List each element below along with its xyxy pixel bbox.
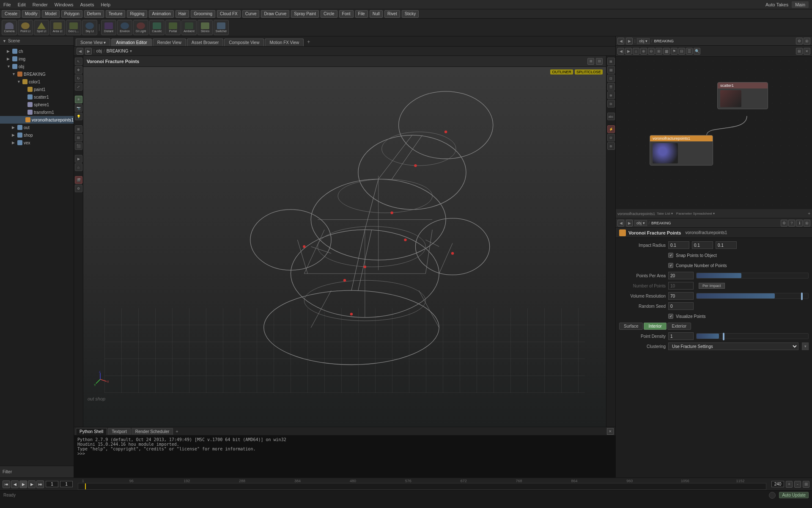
shelf-grooming[interactable]: Grooming [191,10,215,18]
node-voronoi1[interactable]: voronoifracturepoints1 [650,135,713,166]
ne-grid[interactable]: ▦ [663,48,670,55]
vt-rotate[interactable]: ↻ [75,75,82,82]
vt-translate[interactable]: ✥ [75,66,82,74]
vt-right-6[interactable]: ⊖ [607,100,615,108]
menu-file[interactable]: File [3,2,11,7]
ne-zoom-out[interactable]: ⊖ [648,48,655,55]
tree-item-img[interactable]: ▶ img [0,55,74,63]
spreadsheet-dropdown[interactable]: Parameter Spreadsheet ▾ [676,212,715,215]
timeline-track[interactable] [78,483,766,490]
ne-close[interactable]: ✕ [804,48,810,55]
shelf-circle[interactable]: Circle [321,10,337,18]
shelf-model[interactable]: Model [42,10,59,18]
shelf-sticky[interactable]: Sticky [402,10,419,18]
tab-asset-browser[interactable]: Asset Browser [187,39,223,46]
console-tab-textport[interactable]: Textport [108,428,131,435]
vt-right-4[interactable]: ☰ [607,83,615,91]
icon-portal-light[interactable]: Portal [165,20,181,35]
rp-expand-btn[interactable]: ⊞ [804,38,810,44]
rp-back-btn[interactable]: ◀ [617,38,624,44]
vt-right-2[interactable]: ▤ [607,66,615,74]
vt-solid[interactable]: ⬛ [75,142,82,150]
menu-help[interactable]: Help [101,2,110,7]
console-close-btn[interactable]: ✕ [607,428,614,435]
console-tab-render[interactable]: Render Scheduler [132,428,173,435]
end-frame-display[interactable]: 240 [771,481,784,487]
vt-right-1[interactable]: ⊞ [607,58,615,65]
viewport-split[interactable]: ⊟ [596,58,603,65]
shelf-modify[interactable]: Modify [22,10,40,18]
prop-pd-slider[interactable] [696,333,809,339]
icon-sky-light[interactable]: Sky Lt [82,20,97,35]
prop-cl-arrow[interactable]: ▾ [802,342,809,350]
icon-point-light[interactable]: Point Lt [18,20,33,35]
tab-animation-editor[interactable]: Animation Editor [111,39,151,46]
timeline-fit[interactable]: ⊞ [803,481,809,488]
icon-spot-light[interactable]: Spot Lt [34,20,49,35]
prop-ppa-slider[interactable] [696,273,809,279]
vt-right-abc[interactable]: abc [607,113,615,120]
shelf-file[interactable]: File [355,10,368,18]
vt-snap[interactable]: ⊞ [75,125,82,133]
shelf-rigging[interactable]: Rigging [127,10,147,18]
ne-zoom-in[interactable]: ⊕ [640,48,647,55]
tree-item-vex[interactable]: ▶ vex [0,139,74,146]
menu-assets[interactable]: Assets [80,2,94,7]
tree-item-sphere1[interactable]: sphere1 [0,101,74,108]
vt-right-9[interactable]: ⊚ [607,142,615,150]
status-icon[interactable] [769,492,776,499]
tree-item-out[interactable]: ▶ out [0,124,74,131]
vt-right-8[interactable]: ⊙ [607,134,615,141]
breadcrumb-fwd-btn[interactable]: ▶ [85,48,92,55]
rp-obj-dropdown[interactable]: obj ▾ [637,38,650,44]
vt-camera[interactable]: 📷 [75,104,82,112]
ne-home[interactable]: ⌂ [633,48,639,55]
menu-render[interactable]: Render [33,2,48,7]
shelf-animation[interactable]: Animation [149,10,173,18]
shelf-texture[interactable]: Texture [106,10,126,18]
vt-right-7[interactable]: ⚡ [607,125,615,133]
props-tabs-plus[interactable]: + [808,211,810,216]
ne-fwd[interactable]: ▶ [625,48,632,55]
prop-cl-dropdown[interactable]: Use Fracture Settings [668,342,798,350]
prop-vis-checkbox[interactable] [668,314,673,319]
prop-pd-handle[interactable] [723,333,724,340]
prop-ppa-value[interactable] [668,272,694,279]
tree-item-voronoi[interactable]: voronoifracturepoints1 [0,116,74,124]
tree-item-ch[interactable]: ▶ ch [0,47,74,55]
tree-item-breaking[interactable]: ▼ BREAKING [0,70,74,78]
node-editor-area[interactable]: scatter1 voronoifracturepoints1 [616,57,812,209]
vt-scale[interactable]: ⤢ [75,83,82,91]
transport-play[interactable]: ▶ [19,480,27,488]
vt-settings[interactable]: ⚙ [75,185,82,192]
main-label[interactable]: Main [792,1,809,8]
props-help[interactable]: ? [788,220,795,226]
icon-switcher[interactable]: Switcher [214,20,229,35]
props-settings2[interactable]: ⚙ [781,220,787,226]
shelf-create[interactable]: Create [2,10,20,18]
viewport-maximize[interactable]: ⊞ [587,58,594,65]
icon-area-light[interactable]: Area Lt [50,20,65,35]
transport-jump-end[interactable]: ⏭ [36,480,44,488]
shelf-cloudfx[interactable]: Cloud FX [217,10,241,18]
auto-update-btn[interactable]: Auto Update [779,492,809,498]
ne-fit[interactable]: ⊞ [656,48,662,55]
ne-flag[interactable]: ⚑ [671,48,678,55]
console-content[interactable]: Python 2.7.9 (default, Oct 24 2013, 17:4… [74,436,615,478]
icon-caustic-light[interactable]: Caustic [149,20,165,35]
ne-expand[interactable]: ⊞ [796,48,803,55]
vt-right-3[interactable]: ⊡ [607,75,615,82]
icon-gi-light[interactable]: GI Light [133,20,148,35]
prop-compute-checkbox[interactable] [668,263,673,268]
breadcrumb-obj[interactable]: obj [96,49,102,53]
icon-environment[interactable]: Environ [117,20,132,35]
transport-jump-start[interactable]: ⏮ [3,480,10,488]
props-expand2[interactable]: ⊞ [804,220,810,226]
shelf-polygon[interactable]: Polygon [61,10,82,18]
viewport-area[interactable]: OUTLINER SPLIT/CLOSE out shop [83,67,606,427]
menu-windows[interactable]: Windows [55,2,74,7]
shelf-rivet[interactable]: Rivet [384,10,400,18]
tab-render-view[interactable]: Render View [153,39,186,46]
rp-fwd-btn[interactable]: ▶ [626,38,633,44]
tab-plus[interactable]: + [304,38,313,46]
